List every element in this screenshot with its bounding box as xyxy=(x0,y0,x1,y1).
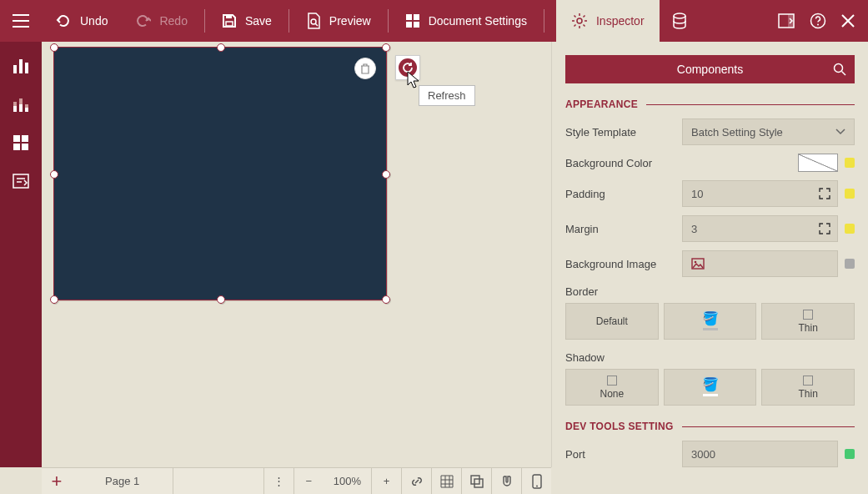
design-canvas[interactable]: Refresh xyxy=(42,42,551,467)
svg-rect-36 xyxy=(474,479,483,487)
grid-icon[interactable] xyxy=(13,135,28,150)
stacked-chart-icon[interactable] xyxy=(13,97,29,112)
border-label: Border xyxy=(565,285,682,298)
svg-point-34 xyxy=(695,261,697,264)
paint-bucket-icon: 🪣 xyxy=(702,312,719,325)
svg-point-11 xyxy=(577,18,582,23)
style-template-select[interactable]: Batch Setting Style xyxy=(682,118,855,145)
border-thin-button[interactable]: Thin xyxy=(761,303,855,340)
doc-settings-icon xyxy=(405,13,420,28)
refresh-tooltip: Refresh xyxy=(419,85,475,106)
image-icon xyxy=(691,258,705,270)
template-icon[interactable] xyxy=(13,174,29,189)
svg-rect-29 xyxy=(22,144,28,150)
database-button[interactable] xyxy=(660,0,700,42)
style-template-label: Style Template xyxy=(565,126,682,139)
bar-chart-icon[interactable] xyxy=(13,58,29,73)
border-default-button[interactable]: Default xyxy=(565,303,659,340)
selected-component[interactable] xyxy=(53,47,387,300)
margin-input[interactable]: 3 xyxy=(682,215,838,242)
indicator-icon[interactable] xyxy=(845,449,855,459)
svg-line-6 xyxy=(315,23,318,26)
square-icon xyxy=(607,376,617,386)
close-icon[interactable] xyxy=(841,14,855,28)
padding-input[interactable]: 10 xyxy=(682,180,838,207)
bg-color-label: Background Color xyxy=(565,157,682,169)
doc-settings-label: Document Settings xyxy=(429,14,527,28)
shadow-thin-button[interactable]: Thin xyxy=(761,369,855,406)
svg-rect-30 xyxy=(13,174,28,188)
components-label: Components xyxy=(677,63,743,76)
resize-handle[interactable] xyxy=(50,43,58,52)
indicator-icon[interactable] xyxy=(845,259,855,269)
components-header[interactable]: Components xyxy=(565,55,855,83)
svg-rect-19 xyxy=(25,63,28,73)
resize-handle[interactable] xyxy=(217,43,225,52)
overlap-icon[interactable] xyxy=(461,468,491,494)
resize-handle[interactable] xyxy=(382,295,390,304)
resize-handle[interactable] xyxy=(217,295,225,304)
save-button[interactable]: Save xyxy=(208,0,285,42)
doc-settings-button[interactable]: Document Settings xyxy=(392,0,540,42)
mobile-icon[interactable] xyxy=(521,468,551,494)
redo-button[interactable]: Redo xyxy=(121,0,200,42)
padding-label: Padding xyxy=(565,188,682,200)
bg-color-swatch[interactable] xyxy=(798,154,838,172)
zoom-value[interactable]: 100% xyxy=(324,475,371,487)
undo-icon xyxy=(55,14,72,28)
magnet-icon[interactable] xyxy=(491,468,521,494)
zoom-out-button[interactable]: − xyxy=(294,468,324,494)
preview-button[interactable]: Preview xyxy=(293,0,384,42)
svg-rect-4 xyxy=(226,15,232,18)
border-color-button[interactable]: 🪣 xyxy=(664,303,757,340)
svg-point-38 xyxy=(536,485,538,486)
inspector-tab[interactable]: Inspector xyxy=(556,0,660,42)
shadow-none-button[interactable]: None xyxy=(565,369,659,406)
resize-handle[interactable] xyxy=(382,43,390,52)
search-icon[interactable] xyxy=(833,63,846,76)
svg-rect-28 xyxy=(13,144,20,150)
inspector-panel: Components APPEARANCE Style Template Bat… xyxy=(551,42,868,467)
help-icon[interactable] xyxy=(810,13,826,29)
zoom-in-button[interactable]: + xyxy=(371,468,401,494)
bg-image-input[interactable] xyxy=(682,250,838,277)
hamburger-menu[interactable] xyxy=(0,0,42,42)
page-bar: + Page 1 ⋮ − 100% + xyxy=(42,467,551,494)
svg-rect-18 xyxy=(19,59,23,73)
expand-icon[interactable] xyxy=(819,188,830,199)
appearance-section-header: APPEARANCE xyxy=(565,98,855,110)
link-icon[interactable] xyxy=(401,468,431,494)
svg-rect-23 xyxy=(19,98,23,104)
delete-component-button[interactable] xyxy=(354,58,376,79)
svg-rect-7 xyxy=(406,14,412,20)
svg-rect-25 xyxy=(25,104,28,108)
svg-rect-21 xyxy=(13,102,17,106)
svg-line-32 xyxy=(842,72,846,76)
save-label: Save xyxy=(245,14,272,28)
svg-rect-2 xyxy=(13,26,29,28)
grid-toggle-icon[interactable] xyxy=(431,468,461,494)
undo-button[interactable]: Undo xyxy=(42,0,121,42)
shadow-color-button[interactable]: 🪣 xyxy=(664,369,757,406)
expand-icon[interactable] xyxy=(819,223,830,234)
refresh-button[interactable] xyxy=(395,55,420,80)
top-toolbar: Undo Redo Save Preview Document Settings… xyxy=(0,0,868,42)
indicator-icon[interactable] xyxy=(845,158,855,168)
resize-handle[interactable] xyxy=(382,170,390,179)
shadow-segment: None 🪣 Thin xyxy=(565,369,855,406)
add-page-button[interactable]: + xyxy=(42,471,72,492)
refresh-icon xyxy=(402,62,414,73)
resize-handle[interactable] xyxy=(50,295,58,304)
indicator-icon[interactable] xyxy=(845,189,855,199)
more-icon[interactable]: ⋮ xyxy=(263,468,294,494)
indicator-icon[interactable] xyxy=(845,224,855,234)
page-tab[interactable]: Page 1 xyxy=(72,468,173,494)
trash-icon xyxy=(359,63,371,74)
svg-rect-3 xyxy=(226,22,233,26)
square-icon xyxy=(803,376,813,386)
panel-toggle-icon[interactable] xyxy=(778,13,795,28)
svg-rect-8 xyxy=(414,14,419,20)
chevron-down-icon xyxy=(835,129,845,135)
resize-handle[interactable] xyxy=(50,170,58,179)
port-input[interactable]: 3000 xyxy=(682,441,838,467)
